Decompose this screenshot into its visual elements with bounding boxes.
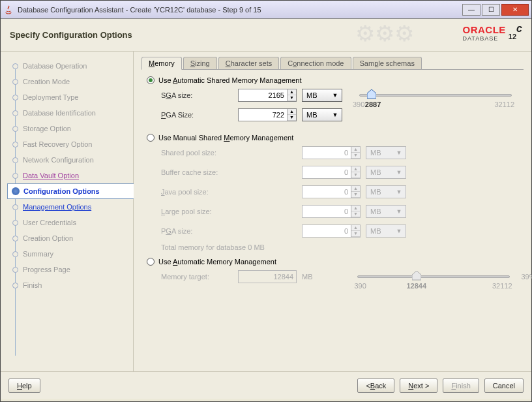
- svg-marker-1: [412, 271, 421, 280]
- step-summary: Summary: [7, 246, 133, 262]
- spinner-down-icon[interactable]: ▼: [288, 95, 296, 101]
- buffer-cache-input: 0▲▼: [302, 166, 361, 179]
- slider-value: 12844: [406, 282, 426, 290]
- slider-min: 390: [353, 100, 364, 108]
- pga-size-input[interactable]: 722▲▼: [238, 108, 297, 121]
- total-memory-text: Total memory for database 0 MB: [161, 243, 518, 251]
- pga-unit-combo[interactable]: MB▼: [302, 108, 342, 121]
- back-button[interactable]: < Back: [357, 379, 394, 393]
- java-icon: [3, 5, 14, 15]
- buffer-cache-label: Buffer cache size:: [161, 168, 233, 176]
- large-pool-input: 0▲▼: [302, 205, 361, 218]
- close-button[interactable]: ✕: [501, 4, 529, 16]
- step-management-options[interactable]: Management Options: [7, 199, 133, 215]
- buffer-cache-unit: MB▼: [366, 166, 406, 179]
- step-storage-option: Storage Option: [7, 121, 133, 136]
- sga-slider[interactable]: 390 2887 32112: [359, 94, 512, 97]
- spinner-down-icon[interactable]: ▼: [288, 115, 296, 121]
- tab-sample-schemas[interactable]: Sample schemas: [353, 57, 422, 69]
- memory-target-input: 12844: [238, 270, 297, 283]
- shared-pool-unit: MB▼: [366, 146, 406, 159]
- chevron-down-icon: ▼: [330, 112, 340, 118]
- slider-max: 32112: [494, 100, 514, 108]
- tab-content-memory: Use Automatic Shared Memory Management S…: [141, 70, 524, 296]
- wizard-sidebar: Database Operation Creation Mode Deploym…: [1, 52, 134, 371]
- finish-button: Finish: [443, 379, 479, 393]
- brand-version: 12c: [509, 22, 522, 44]
- spinner-up-icon[interactable]: ▲: [288, 109, 296, 115]
- slider-value: 2887: [365, 100, 381, 108]
- pga-size-label: PGA Size:: [161, 111, 233, 119]
- tab-connection-mode[interactable]: Connection mode: [280, 57, 351, 69]
- java-pool-input: 0▲▼: [302, 185, 361, 198]
- slider-max: 32112: [492, 282, 512, 290]
- maximize-button[interactable]: ☐: [482, 4, 500, 16]
- brand-text-top: ORACLE: [463, 24, 506, 35]
- radio-auto-shared-memory-label: Use Automatic Shared Memory Management: [158, 76, 302, 84]
- shared-pool-input: 0▲▼: [302, 146, 361, 159]
- radio-manual-shared-memory[interactable]: [147, 134, 155, 142]
- step-configuration-options[interactable]: Configuration Options: [7, 183, 134, 199]
- slider-min: 390: [355, 282, 366, 290]
- large-pool-unit: MB▼: [366, 205, 406, 218]
- sga-size-input[interactable]: 2165▲▼: [238, 89, 297, 102]
- memory-target-slider: 390 12844 32112 39%: [357, 275, 510, 278]
- tab-character-sets[interactable]: Character sets: [218, 57, 280, 69]
- step-deployment-type: Deployment Type: [7, 89, 133, 105]
- memory-target-label: Memory target:: [161, 273, 233, 281]
- java-pool-unit: MB▼: [366, 185, 406, 198]
- pga-size2-input: 0▲▼: [302, 224, 361, 238]
- main-panel: Memory Sizing Character sets Connection …: [134, 52, 531, 371]
- spinner-up-icon[interactable]: ▲: [288, 89, 296, 95]
- radio-auto-memory-label: Use Automatic Memory Management: [158, 258, 276, 266]
- step-fast-recovery: Fast Recovery Option: [7, 136, 133, 152]
- slider-thumb[interactable]: [367, 89, 376, 100]
- next-button[interactable]: Next >: [400, 379, 437, 393]
- java-pool-label: Java pool size:: [161, 188, 233, 196]
- minimize-button[interactable]: —: [462, 4, 480, 16]
- step-user-credentials: User Credentials: [7, 215, 133, 230]
- slider-thumb: [412, 271, 421, 281]
- tab-bar: Memory Sizing Character sets Connection …: [141, 57, 524, 70]
- tab-memory[interactable]: Memory: [141, 57, 182, 70]
- tab-sizing[interactable]: Sizing: [183, 57, 217, 69]
- step-progress-page: Progress Page: [7, 262, 133, 277]
- step-network-config: Network Configuration: [7, 152, 133, 168]
- sga-size-label: SGA size:: [161, 91, 233, 99]
- chevron-down-icon: ▼: [330, 92, 340, 99]
- radio-auto-shared-memory[interactable]: [147, 76, 155, 84]
- slider-percent: 39%: [521, 273, 532, 281]
- large-pool-label: Large pool size:: [161, 208, 233, 215]
- page-title: Specify Configuration Options: [10, 30, 132, 40]
- step-database-operation: Database Operation: [7, 58, 133, 74]
- pga-size2-label: PGA size:: [161, 227, 233, 235]
- brand-text-bottom: DATABASE: [463, 35, 506, 42]
- gears-decoration: ⚙⚙⚙: [355, 20, 414, 46]
- sga-unit-combo[interactable]: MB▼: [302, 89, 342, 102]
- step-finish: Finish: [7, 277, 133, 293]
- header: Specify Configuration Options ⚙⚙⚙ ORACLE…: [1, 19, 531, 52]
- step-creation-mode: Creation Mode: [7, 74, 133, 89]
- titlebar: Database Configuration Assistant - Creat…: [1, 1, 531, 19]
- brand-logo: ORACLE DATABASE 12c: [463, 22, 523, 44]
- step-database-identification: Database Identification: [7, 105, 133, 121]
- help-button[interactable]: Help: [8, 379, 40, 393]
- cancel-button[interactable]: Cancel: [484, 379, 524, 393]
- step-creation-option: Creation Option: [7, 230, 133, 246]
- memory-target-unit: MB: [302, 273, 313, 281]
- step-data-vault[interactable]: Data Vault Option: [7, 168, 133, 183]
- svg-marker-0: [367, 89, 376, 99]
- radio-manual-shared-memory-label: Use Manual Shared Memory Management: [158, 134, 293, 142]
- radio-auto-memory[interactable]: [147, 258, 155, 266]
- window-title: Database Configuration Assistant - Creat…: [18, 6, 462, 14]
- footer: Help < Back Next > Finish Cancel: [1, 371, 531, 399]
- shared-pool-label: Shared pool size:: [161, 149, 233, 157]
- pga-size2-unit: MB▼: [366, 224, 406, 238]
- app-window: Database Configuration Assistant - Creat…: [0, 0, 532, 402]
